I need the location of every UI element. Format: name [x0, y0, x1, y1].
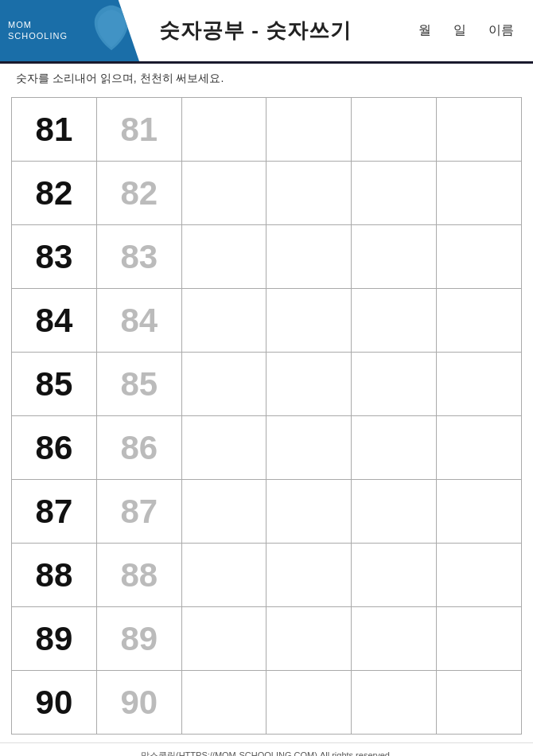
table-row — [266, 289, 352, 353]
table-row — [266, 98, 352, 162]
logo-line2: SCHOOLING — [8, 31, 68, 41]
worksheet-table: 8181828283838484858586868787888889899090 — [11, 97, 522, 735]
table-row — [352, 353, 437, 416]
table-row — [266, 162, 352, 225]
table-row — [437, 353, 522, 416]
table-row — [266, 480, 352, 544]
table-row — [181, 98, 266, 162]
table-row: 81 — [96, 98, 181, 162]
table-row — [266, 225, 352, 289]
table-row — [181, 416, 266, 480]
table-row — [181, 480, 266, 544]
table-row — [437, 416, 522, 480]
instruction-text: 숫자를 소리내어 읽으며, 천천히 써보세요. — [0, 64, 533, 94]
table-row — [352, 480, 437, 544]
table-row — [352, 162, 437, 225]
table-row — [266, 544, 352, 607]
table-row: 81 — [12, 98, 97, 162]
table-row — [352, 671, 437, 735]
table-row: 84 — [96, 289, 181, 353]
table-row — [181, 353, 266, 416]
footer-text: 맘스쿨링(HTTPS://MOM-SCHOOLING.COM) All righ… — [0, 742, 533, 756]
table-row: 83 — [12, 225, 97, 289]
table-row — [352, 98, 437, 162]
table-row — [437, 480, 522, 544]
table-row — [437, 607, 522, 671]
table-row — [352, 607, 437, 671]
table-row — [352, 289, 437, 353]
table-row: 84 — [12, 289, 97, 353]
table-row — [437, 544, 522, 607]
table-row — [266, 416, 352, 480]
day-field-label: 일 — [453, 22, 466, 39]
page-title: 숫자공부 - 숫자쓰기 — [139, 17, 418, 45]
table-row: 87 — [12, 480, 97, 544]
header-fields: 월 일 이름 — [418, 22, 533, 39]
table-row: 86 — [96, 416, 181, 480]
table-row — [181, 289, 266, 353]
table-row — [437, 671, 522, 735]
table-row — [181, 671, 266, 735]
month-field-label: 월 — [418, 22, 431, 39]
table-row — [181, 162, 266, 225]
table-row: 88 — [12, 544, 97, 607]
table-row: 89 — [12, 607, 97, 671]
logo-block: MOM SCHOOLING — [0, 0, 139, 61]
table-row: 83 — [96, 225, 181, 289]
table-row: 87 — [96, 480, 181, 544]
table-row — [266, 671, 352, 735]
logo-text: MOM SCHOOLING — [8, 20, 68, 41]
logo-decoration-icon — [91, 4, 131, 52]
table-row — [266, 607, 352, 671]
table-row: 82 — [96, 162, 181, 225]
table-row — [181, 225, 266, 289]
table-row — [437, 162, 522, 225]
table-row: 82 — [12, 162, 97, 225]
table-row — [437, 98, 522, 162]
table-row — [352, 416, 437, 480]
table-row — [352, 544, 437, 607]
table-row: 90 — [12, 671, 97, 735]
table-row — [352, 225, 437, 289]
table-row: 89 — [96, 607, 181, 671]
page-header: MOM SCHOOLING 숫자공부 - 숫자쓰기 월 일 이름 — [0, 0, 533, 64]
table-row: 86 — [12, 416, 97, 480]
table-row: 90 — [96, 671, 181, 735]
table-row: 88 — [96, 544, 181, 607]
table-row — [181, 607, 266, 671]
table-row — [266, 353, 352, 416]
table-row — [437, 289, 522, 353]
table-row — [437, 225, 522, 289]
name-field-label: 이름 — [488, 22, 514, 39]
table-row — [181, 544, 266, 607]
table-row: 85 — [96, 353, 181, 416]
logo-line1: MOM — [8, 20, 68, 30]
table-row: 85 — [12, 353, 97, 416]
